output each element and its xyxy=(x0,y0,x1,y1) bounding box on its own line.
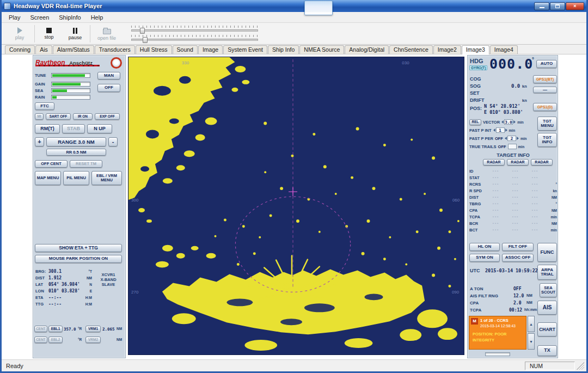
target-row-stat: STAT--------- xyxy=(469,174,557,181)
n-up-button[interactable]: N UP xyxy=(87,124,112,133)
range-display[interactable]: RANGE 3.0 NM xyxy=(46,137,106,146)
minimize-button[interactable] xyxy=(534,2,549,10)
off-cent-button[interactable]: OFF CENT xyxy=(35,160,68,168)
tab-image3[interactable]: Image3 xyxy=(462,45,489,54)
past-per-increase-arrow[interactable] xyxy=(517,137,519,140)
range-rings-button[interactable]: RR 0.5 NM xyxy=(46,149,106,156)
tab-nmea-source[interactable]: NMEA Source xyxy=(299,45,344,54)
tab-analog-digital[interactable]: Analog/Digital xyxy=(345,45,389,54)
gain-slider[interactable] xyxy=(51,82,90,87)
tab-chnsentence[interactable]: ChnSentence xyxy=(389,45,433,54)
map-menu-button[interactable]: MAP MENU xyxy=(35,171,61,185)
ebl2-button[interactable]: EBL2 xyxy=(48,337,63,343)
ebl1-button[interactable]: EBL1 xyxy=(48,326,63,332)
target-source-radar-3[interactable]: RADAR xyxy=(531,159,553,166)
stab-button[interactable]: STAB xyxy=(62,124,85,133)
ir-on-button[interactable]: IR ON xyxy=(73,113,93,120)
mouse-park-button[interactable]: MOUSE PARK POSITION ON xyxy=(35,255,122,263)
assoc-off-button[interactable]: ASSOC OFF xyxy=(502,254,534,262)
alarm-message-box[interactable]: M 1 of 26 - CCRS 2015-03-14 12:58:43 POS… xyxy=(469,316,526,350)
alarm-scroll-down-button[interactable]: ▼ xyxy=(528,333,535,350)
band-label: X-BAND xyxy=(93,277,124,282)
gps1-d-button[interactable]: GPS1(D) xyxy=(533,103,557,111)
alarm-scrollbar[interactable] xyxy=(485,352,510,356)
range-decrease-button[interactable]: - xyxy=(108,137,118,146)
tab-sound[interactable]: Sound xyxy=(173,45,198,54)
playback-position-slider[interactable] xyxy=(131,26,258,33)
tab-ship-info[interactable]: Ship Info xyxy=(268,45,299,54)
speed-slider-thumb[interactable] xyxy=(143,37,148,43)
play-button[interactable]: play xyxy=(7,25,32,43)
vrm1-button[interactable]: VRM1 xyxy=(85,326,101,332)
tab-hull-stress[interactable]: Hull Stress xyxy=(136,45,172,54)
maximize-button[interactable] xyxy=(550,2,565,10)
sea-scout-button[interactable]: SEA SCOUT xyxy=(540,283,557,297)
sart-off-button[interactable]: SART OFF xyxy=(46,113,71,120)
tune-slider[interactable] xyxy=(51,73,90,78)
rain-slider[interactable] xyxy=(51,95,90,100)
show-eta-ttg-button[interactable]: SHOW ETA + TTG xyxy=(35,244,122,252)
hl-on-button[interactable]: HL ON xyxy=(469,243,500,251)
filt-off-button[interactable]: FILT OFF xyxy=(502,243,534,251)
rm-t-button[interactable]: RM(T) xyxy=(35,124,60,133)
vector-increase-arrow[interactable] xyxy=(513,120,516,124)
dash-button[interactable]: — xyxy=(533,87,557,93)
vector-decrease-arrow[interactable] xyxy=(501,120,504,124)
menu-screen[interactable]: Screen xyxy=(25,13,54,22)
close-button[interactable]: × xyxy=(566,2,584,10)
resize-grip[interactable] xyxy=(577,362,584,370)
past-per-state[interactable]: OFF xyxy=(495,136,503,141)
tab-conning[interactable]: Conning xyxy=(5,45,35,54)
stop-button[interactable]: stop xyxy=(36,25,62,43)
tab-alarm-status[interactable]: Alarm/Status xyxy=(53,45,94,54)
menu-play[interactable]: Play xyxy=(4,13,25,22)
past-int-increase-arrow[interactable] xyxy=(505,129,507,132)
trails-state[interactable]: OFF xyxy=(498,144,506,149)
sea-slider[interactable] xyxy=(51,88,90,93)
target-source-radar-1[interactable]: RADAR xyxy=(483,159,505,166)
exp-off-button[interactable]: EXP OFF xyxy=(95,113,120,120)
cent2-button[interactable]: CENT xyxy=(34,337,47,343)
ais-button[interactable]: AIS xyxy=(537,301,557,315)
tx-button[interactable]: TX xyxy=(537,345,557,356)
range-increase-button[interactable]: + xyxy=(35,137,44,146)
aton-value[interactable]: OFF xyxy=(513,286,521,291)
auto-button[interactable]: AUTO xyxy=(536,60,557,68)
menu-help[interactable]: Help xyxy=(86,13,108,22)
tgt-info-button[interactable]: TGT INFO xyxy=(537,133,557,147)
mi-button[interactable]: MI xyxy=(35,113,44,120)
man-button[interactable]: MAN xyxy=(97,72,120,80)
vrm2-button[interactable]: VRM2 xyxy=(85,337,101,343)
past-per-decrease-arrow[interactable] xyxy=(505,137,507,140)
func-button[interactable]: FUNC xyxy=(537,243,557,262)
arpa-trial-button[interactable]: ARPA TRIAL xyxy=(537,265,557,280)
playback-speed-slider[interactable] xyxy=(131,35,258,42)
off-button[interactable]: OFF xyxy=(97,84,120,92)
menu-shipinfo[interactable]: ShipInfo xyxy=(54,13,85,22)
pause-button[interactable]: pause xyxy=(63,25,88,43)
playback-slider-thumb[interactable] xyxy=(140,28,145,34)
gps1-bt-button[interactable]: GPS1(BT) xyxy=(533,75,557,83)
titlebar[interactable]: Headway VDR Real-time Player × xyxy=(2,0,586,12)
tab-image[interactable]: Image xyxy=(198,45,223,54)
radar-ppi-display[interactable]: 330 030 300 060 270 090 xyxy=(128,57,464,355)
open-file-button[interactable]: open file xyxy=(92,25,121,43)
tgt-menu-button[interactable]: TGT MENU xyxy=(537,117,557,131)
past-int-decrease-arrow[interactable] xyxy=(493,129,495,132)
sog-value: 0.0 xyxy=(511,83,520,89)
rel-button[interactable]: REL xyxy=(469,119,481,125)
reset-tm-button[interactable]: RESET TM xyxy=(70,160,102,168)
tab-transducers[interactable]: Transducers xyxy=(95,45,135,54)
ftc-button[interactable]: FTC xyxy=(35,102,54,110)
pil-menu-button[interactable]: PIL MENU xyxy=(63,171,89,185)
tab-image4[interactable]: Image4 xyxy=(490,45,518,54)
tab-system-event[interactable]: System Event xyxy=(223,45,267,54)
target-source-radar-2[interactable]: RADAR xyxy=(507,159,529,166)
chart-button[interactable]: CHART xyxy=(537,322,557,337)
tab-ais[interactable]: Ais xyxy=(35,45,52,54)
sym-on-button[interactable]: SYM ON xyxy=(469,254,500,262)
cent1-button[interactable]: CENT xyxy=(34,326,47,332)
alarm-scroll-up-button[interactable]: ▲ xyxy=(528,316,535,332)
ebl-vrm-menu-button[interactable]: EBL / VRM MENU xyxy=(91,171,122,185)
tab-image2[interactable]: Image2 xyxy=(433,45,461,54)
